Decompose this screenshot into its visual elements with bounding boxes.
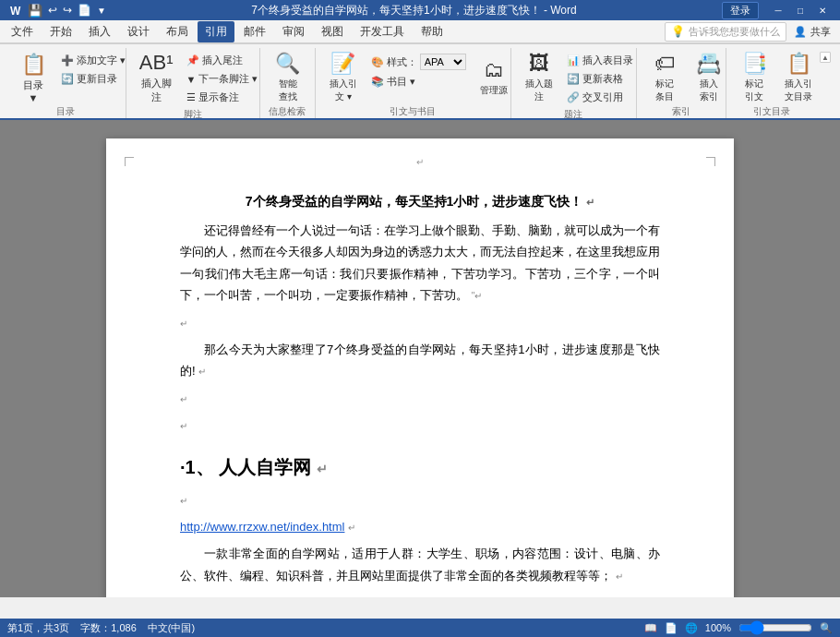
next-footnote-button[interactable]: ▼ 下一条脚注 ▾ (183, 70, 262, 88)
view-web-icon[interactable]: 🌐 (685, 622, 698, 634)
menu-review[interactable]: 审阅 (275, 21, 312, 42)
insert-caption-button[interactable]: 🖼 插入题注 (519, 52, 559, 103)
cross-reference-button[interactable]: 🔗 交叉引用 (563, 89, 637, 106)
url-line[interactable]: http://www.rrzxw.net/index.html ↵ (180, 516, 660, 537)
share-label[interactable]: 共享 (810, 25, 831, 39)
bibliography-button[interactable]: 📚 书目 ▾ (367, 73, 470, 90)
user-icon: 👤 (794, 26, 807, 38)
section-1-title: ·1、 人人自学网 ↵ (180, 455, 660, 480)
login-button[interactable]: 登录 (722, 2, 759, 19)
bibliography-label: 书目 ▾ (387, 75, 415, 89)
smart-lookup-label: 智能查找 (279, 78, 297, 103)
ribbon-group-caption-content: 🖼 插入题注 📊 插入表目录 🔄 更新表格 🔗 交叉引用 (519, 52, 637, 106)
add-text-button[interactable]: ➕ 添加文字 ▾ (57, 52, 129, 69)
language: 中文(中国) (148, 621, 195, 635)
redo-icon[interactable]: ↪ (63, 4, 72, 17)
show-notes-button[interactable]: ☰ 显示备注 (183, 89, 262, 106)
window-controls: ─ □ ✕ (768, 3, 833, 18)
style-select[interactable]: APA MLA (420, 54, 466, 70)
insert-endnote-icon: 📌 (186, 54, 199, 66)
style-selector[interactable]: 🎨 样式： APA MLA (367, 52, 470, 72)
insert-ta-icon: 📋 (786, 52, 811, 76)
section-mark: ↵ (317, 462, 328, 476)
add-text-label: 添加文字 ▾ (77, 54, 126, 67)
word-count: 字数：1,086 (80, 621, 137, 635)
insert-index-button[interactable]: 📇 插入索引 (689, 52, 729, 103)
style-icon: 🎨 (371, 56, 384, 68)
manage-sources-button[interactable]: 🗂 管理源 (474, 52, 514, 103)
mark-citation-label: 标记引文 (745, 78, 763, 103)
view-print-icon[interactable]: 📄 (665, 622, 678, 634)
corner-tr (706, 157, 715, 166)
update-table-button[interactable]: 🔄 更新表格 (563, 70, 637, 88)
manage-sources-label: 管理源 (480, 84, 508, 97)
insert-index-icon: 📇 (696, 52, 721, 76)
insert-table-figures-button[interactable]: 📊 插入表目录 (563, 52, 637, 69)
citations-sub: 🎨 样式： APA MLA 📚 书目 ▾ (367, 52, 470, 90)
undo-icon[interactable]: ↩ (48, 4, 57, 17)
menu-mailings[interactable]: 邮件 (236, 21, 273, 42)
document-area[interactable]: ↵ 7个终身受益的自学网站，每天坚持1小时，进步速度飞快！ ↵ 还记得曾经有一个… (0, 120, 840, 597)
quick-access-dropdown[interactable]: ▼ (97, 6, 106, 16)
menu-insert[interactable]: 插入 (81, 21, 118, 42)
ribbon-group-footnote-content: AB¹ 插入脚注 📌 插入尾注 ▼ 下一条脚注 ▾ ☰ 显示备注 (134, 52, 262, 106)
zoom-in-icon[interactable]: 🔍 (820, 622, 833, 634)
para-mark-2: ↵ (198, 367, 206, 377)
ribbon-group-citations: 📝 插入引文 ▾ 🎨 样式： APA MLA 📚 书目 ▾ (316, 48, 511, 118)
para-2: 那么今天为大家整理了7个终身受益的自学网站，每天坚持1小时，进步速度那是飞快的!… (180, 339, 660, 382)
insert-footnote-button[interactable]: AB¹ 插入脚注 (134, 52, 179, 103)
status-right: 📖 📄 🌐 100% 🔍 (644, 621, 833, 634)
show-notes-label: 显示备注 (198, 90, 239, 104)
title-bar: W 💾 ↩ ↪ 📄 ▼ 7个终身受益的自学网站，每天坚持1小时，进步速度飞快！ … (0, 0, 840, 20)
menu-home[interactable]: 开始 (42, 21, 79, 42)
mark-entry-button[interactable]: 🏷 标记条目 (644, 52, 685, 103)
smart-lookup-button[interactable]: 🔍 智能查找 (268, 52, 308, 103)
ta-group-label: 引文目录 (734, 103, 809, 118)
insert-citation-button[interactable]: 📝 插入引文 ▾ (323, 52, 364, 103)
close-button[interactable]: ✕ (812, 3, 833, 18)
ribbon-group-search-content: 🔍 智能查找 (268, 52, 308, 103)
next-footnote-label: 下一条脚注 ▾ (198, 72, 258, 86)
doc-body[interactable]: 还记得曾经有一个人说过一句话：在学习上做个眼勤、手勤、脑勤，就可以成为一个有学问… (180, 220, 660, 437)
title-bar-right: 登录 ─ □ ✕ (722, 2, 833, 19)
user-area: 👤 共享 (788, 23, 836, 41)
ribbon: 📋 目录 ▼ ➕ 添加文字 ▾ 🔄 更新目录 目录 (0, 43, 840, 120)
menu-file[interactable]: 文件 (4, 21, 41, 42)
insert-ta-button[interactable]: 📋 插入引文目录 (778, 52, 819, 103)
section-1-body[interactable]: ↵ http://www.rrzxw.net/index.html ↵ 一款非常… (180, 489, 660, 597)
menu-layout[interactable]: 布局 (159, 21, 196, 42)
mark-citation-button[interactable]: 📑 标记引文 (734, 52, 774, 103)
doc-title: 7个终身受益的自学网站，每天坚持1小时，进步速度飞快！ ↵ (180, 194, 660, 210)
insert-index-label: 插入索引 (700, 78, 718, 103)
menu-view[interactable]: 视图 (314, 21, 351, 42)
menu-help[interactable]: 帮助 (414, 21, 450, 42)
save-icon[interactable]: 💾 (28, 4, 42, 18)
manage-sources-icon: 🗂 (484, 58, 504, 82)
toc-button[interactable]: 📋 目录 ▼ (13, 52, 54, 103)
next-footnote-icon: ▼ (186, 74, 197, 85)
smart-lookup-icon: 🔍 (275, 52, 300, 76)
blank-after-desc-1: ↵ (180, 592, 660, 597)
new-doc-icon[interactable]: 📄 (78, 4, 91, 17)
ribbon-body: 📋 目录 ▼ ➕ 添加文字 ▾ 🔄 更新目录 目录 (0, 43, 840, 118)
menu-references[interactable]: 引用 (198, 21, 234, 42)
corner-tl (125, 157, 134, 166)
help-search[interactable]: 💡 告诉我您想要做什么 (665, 22, 786, 42)
document-page: ↵ 7个终身受益的自学网站，每天坚持1小时，进步速度飞快！ ↵ 还记得曾经有一个… (106, 138, 734, 597)
view-read-icon[interactable]: 📖 (644, 622, 657, 634)
maximize-button[interactable]: □ (790, 3, 810, 18)
minimize-button[interactable]: ─ (768, 3, 788, 18)
menu-design[interactable]: 设计 (120, 21, 157, 42)
ribbon-group-index-content: 🏷 标记条目 📇 插入索引 (644, 52, 729, 103)
lightbulb-icon: 💡 (671, 25, 685, 38)
zoom-slider[interactable] (738, 621, 812, 634)
ribbon-group-search: 🔍 智能查找 信息检索 (260, 48, 316, 118)
ribbon-group-toc: 📋 目录 ▼ ➕ 添加文字 ▾ 🔄 更新目录 目录 (6, 48, 126, 118)
menu-developer[interactable]: 开发工具 (353, 21, 412, 42)
update-toc-button[interactable]: 🔄 更新目录 (57, 70, 129, 88)
insert-endnote-button[interactable]: 📌 插入尾注 (183, 52, 262, 69)
ribbon-collapse-button[interactable]: ▲ (820, 52, 831, 63)
desc-mark: ↵ (616, 571, 623, 582)
mark-citation-icon: 📑 (742, 52, 767, 76)
section-1-name: 人人自学网 (219, 457, 311, 477)
